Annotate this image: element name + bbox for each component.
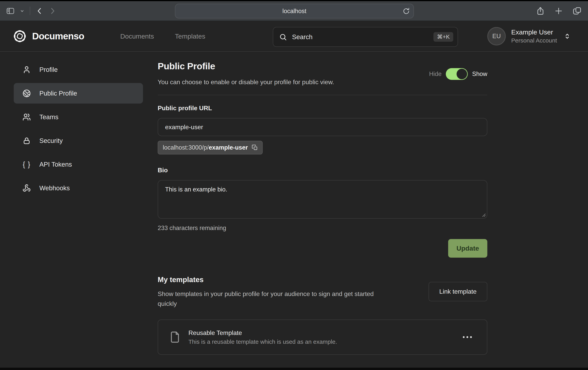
profile-url-copy-pill[interactable]: localhost:3000/p/example-user	[158, 141, 263, 154]
address-bar[interactable]: localhost	[175, 4, 414, 18]
template-description: This is a reusable template which is use…	[189, 339, 453, 345]
brand-logo[interactable]: Documenso	[12, 29, 84, 44]
app-header: Documenso Documents Templates Search ⌘+K…	[0, 21, 588, 52]
user-name: Example User	[511, 29, 557, 36]
settings-sidebar: Profile Public Profile Teams Sec	[14, 59, 143, 198]
bio-char-counter: 233 characters remaining	[158, 225, 487, 232]
sidebar-item-public-profile[interactable]: Public Profile	[14, 83, 143, 103]
users-icon	[22, 113, 31, 121]
search-placeholder: Search	[292, 33, 428, 41]
window-bottom-edge	[0, 368, 588, 370]
forward-button[interactable]	[48, 6, 57, 16]
template-title: Reusable Template	[189, 329, 453, 337]
bio-label: Bio	[158, 167, 487, 174]
switch-knob	[457, 69, 467, 79]
browser-toolbar: localhost	[0, 1, 588, 21]
profile-url-text: localhost:3000/p/example-user	[163, 144, 248, 151]
new-tab-icon[interactable]	[554, 7, 563, 15]
globe-icon	[22, 89, 31, 97]
toolbar-divider	[30, 7, 30, 15]
sidebar-item-api-tokens[interactable]: { } API Tokens	[14, 154, 143, 175]
address-url: localhost	[283, 8, 306, 15]
window-top-edge	[0, 0, 588, 1]
toolbar-chevron-down-icon[interactable]	[20, 8, 25, 13]
chevrons-up-down-icon	[564, 32, 571, 41]
share-icon[interactable]	[536, 6, 545, 16]
profile-visibility-toggle-group: Hide Show	[429, 68, 487, 80]
nav-templates[interactable]: Templates	[175, 32, 205, 40]
copy-icon[interactable]	[252, 144, 258, 151]
public-profile-url-label: Public profile URL	[158, 104, 487, 112]
template-list-item[interactable]: Reusable Template This is a reusable tem…	[158, 319, 487, 355]
refresh-icon[interactable]	[402, 7, 410, 15]
file-icon	[169, 330, 181, 344]
user-account-type: Personal Account	[511, 37, 557, 44]
toggle-show-label: Show	[472, 71, 487, 78]
visibility-switch[interactable]	[446, 68, 468, 80]
sidebar-item-security[interactable]: Security	[14, 130, 143, 151]
search-icon	[279, 33, 287, 41]
back-button[interactable]	[35, 6, 44, 16]
search-shortcut: ⌘+K	[433, 32, 453, 42]
sidebar-item-teams[interactable]: Teams	[14, 107, 143, 127]
documenso-logo-icon	[12, 29, 27, 44]
braces-icon: { }	[22, 161, 31, 168]
lock-icon	[22, 137, 31, 145]
sidebar-item-profile[interactable]: Profile	[14, 59, 143, 80]
sidebar-toggle-icon[interactable]	[5, 7, 15, 15]
ellipsis-menu-icon[interactable]	[460, 334, 474, 341]
update-button[interactable]: Update	[448, 239, 487, 258]
link-template-button[interactable]: Link template	[429, 282, 487, 301]
user-icon	[22, 66, 31, 74]
search-input[interactable]: Search ⌘+K	[273, 27, 458, 47]
tab-overview-icon[interactable]	[572, 6, 582, 16]
brand-name: Documenso	[32, 31, 84, 41]
bio-textarea[interactable]: This is an example bio.	[158, 180, 487, 219]
webhook-icon	[22, 184, 31, 192]
avatar: EU	[487, 27, 506, 45]
my-templates-description: Show templates in your public profile fo…	[158, 289, 389, 308]
nav-documents[interactable]: Documents	[120, 32, 154, 40]
sidebar-item-webhooks[interactable]: Webhooks	[14, 178, 143, 198]
section-divider	[158, 95, 487, 95]
main-content: Public Profile Hide Show You can choose …	[158, 51, 487, 355]
user-menu[interactable]: EU Example User Personal Account	[487, 27, 571, 45]
toggle-hide-label: Hide	[429, 71, 442, 78]
public-profile-url-input[interactable]	[158, 118, 487, 136]
resize-grip-icon[interactable]	[482, 213, 486, 217]
